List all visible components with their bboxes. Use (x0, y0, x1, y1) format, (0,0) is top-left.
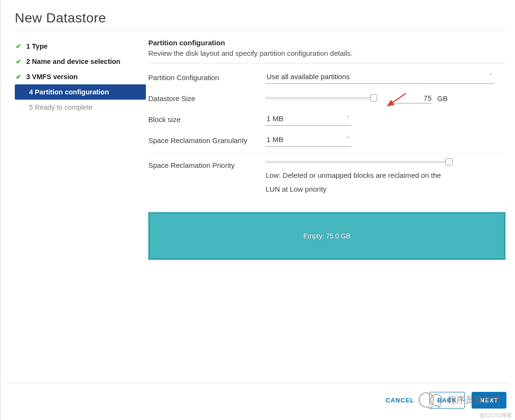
chevron-down-icon: ˇ (348, 115, 350, 122)
partition-config-select[interactable]: Use all available partitions ˇ (266, 71, 494, 84)
label-datastore-size: Datastore Size (148, 94, 266, 102)
select-value: 1 MB (267, 135, 283, 143)
space-granularity-select[interactable]: 1 MB ˇ (266, 133, 351, 147)
section-description: Review the disk layout and specify parti… (148, 49, 505, 63)
datastore-size-input[interactable] (394, 93, 432, 103)
step-vmfs-version[interactable]: ✔ 3 VMFS version (15, 69, 146, 84)
separator (148, 154, 505, 154)
back-button[interactable]: BACK (429, 392, 465, 409)
select-value: 1 MB (267, 114, 283, 123)
row-space-granularity: Space Reclamation Granularity 1 MB ˇ (148, 133, 505, 147)
row-datastore-size: Datastore Size GB (148, 91, 505, 105)
label-space-granularity: Space Reclamation Granularity (148, 136, 266, 144)
cancel-button[interactable]: CANCEL (378, 392, 422, 409)
section-heading: Partition configuration (148, 39, 505, 47)
next-button[interactable]: NEXT (472, 392, 506, 409)
disk-layout-diagram: Empty: 75.0 GB (148, 212, 505, 260)
check-icon: ✔ (16, 42, 22, 50)
label-partition-config: Partition Configuration (148, 73, 266, 82)
size-unit: GB (437, 94, 448, 102)
row-block-size: Block size 1 MB ˇ (148, 112, 505, 126)
row-space-priority: Space Reclamation Priority Low: Deleted … (148, 161, 505, 196)
step-ready-complete: 5 Ready to complete (15, 100, 146, 115)
step-label: 1 Type (26, 42, 48, 50)
step-partition-config[interactable]: 4 Partition configuration (15, 84, 146, 100)
slider-thumb[interactable] (370, 94, 377, 102)
main-panel: Partition configuration Review the disk … (146, 39, 505, 260)
space-priority-slider[interactable] (266, 161, 452, 163)
watermark-small: @51CTO博客 (480, 412, 512, 419)
datastore-size-slider[interactable] (266, 97, 376, 99)
dialog-body: ✔ 1 Type ✔ 2 Name and device selection ✔… (15, 39, 505, 260)
chevron-down-icon: ˇ (490, 73, 492, 80)
disk-layout-label: Empty: 75.0 GB (303, 232, 350, 240)
check-icon: ✔ (16, 58, 22, 65)
row-partition-config: Partition Configuration Use all availabl… (148, 70, 505, 84)
check-icon: ✔ (16, 73, 22, 81)
priority-description: Low: Deleted or unmapped blocks are recl… (266, 169, 456, 196)
wizard-steps: ✔ 1 Type ✔ 2 Name and device selection ✔… (15, 39, 146, 260)
label-space-priority: Space Reclamation Priority (148, 161, 266, 169)
dialog-title: New Datastore (15, 10, 505, 31)
dialog-footer: CANCEL BACK NEXT (5, 383, 510, 417)
step-label: 5 Ready to complete (29, 103, 93, 111)
chevron-down-icon: ˇ (348, 136, 350, 143)
select-value: Use all available partitions (267, 72, 350, 81)
step-type[interactable]: ✔ 1 Type (15, 39, 146, 54)
priority-wrap: Low: Deleted or unmapped blocks are recl… (266, 161, 505, 196)
new-datastore-dialog: New Datastore ✔ 1 Type ✔ 2 Name and devi… (0, 0, 515, 420)
label-block-size: Block size (148, 115, 266, 123)
step-label: 4 Partition configuration (29, 88, 109, 96)
block-size-select[interactable]: 1 MB ˇ (266, 113, 351, 126)
slider-thumb[interactable] (445, 158, 453, 165)
step-name-device[interactable]: ✔ 2 Name and device selection (15, 54, 146, 69)
step-label: 3 VMFS version (26, 73, 78, 81)
step-label: 2 Name and device selection (26, 58, 120, 65)
